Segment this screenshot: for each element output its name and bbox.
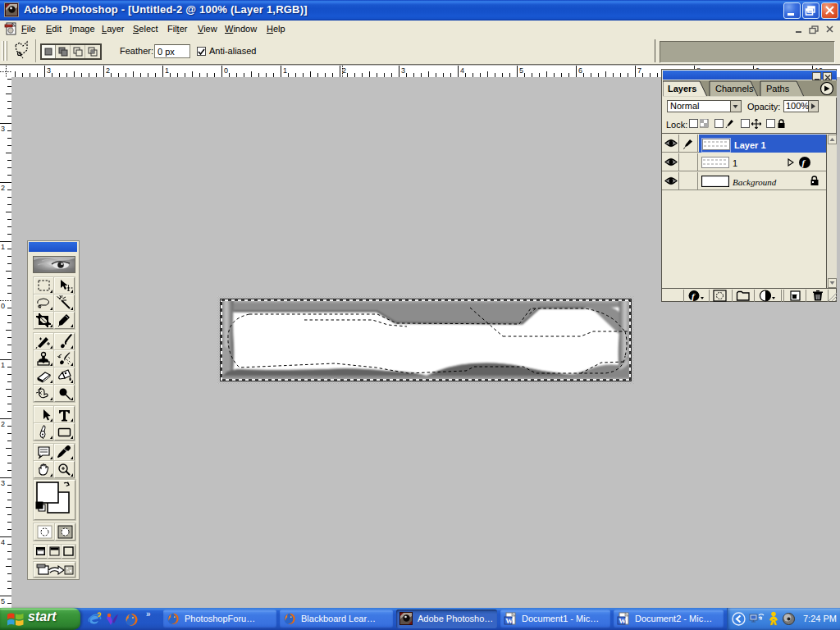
svg-text:4: 4 — [1, 538, 5, 546]
svg-text:1: 1 — [1, 243, 5, 251]
svg-text:3: 3 — [47, 66, 51, 75]
svg-text:6: 6 — [578, 66, 582, 75]
svg-text:1: 1 — [283, 66, 287, 75]
svg-text:Paths: Paths — [766, 84, 790, 94]
svg-text:5: 5 — [1, 597, 5, 605]
svg-text:0: 0 — [224, 66, 228, 75]
svg-text:1: 1 — [165, 66, 169, 75]
svg-text:3: 3 — [401, 66, 405, 75]
svg-text:7: 7 — [637, 66, 641, 75]
svg-text:1: 1 — [1, 361, 5, 369]
svg-text:0: 0 — [1, 302, 5, 310]
svg-text:5: 5 — [519, 66, 523, 75]
svg-text:Channels: Channels — [715, 84, 754, 94]
svg-text:Layers: Layers — [668, 84, 696, 94]
svg-text:4: 4 — [460, 66, 464, 75]
svg-text:2: 2 — [106, 66, 110, 75]
svg-text:W: W — [619, 617, 626, 625]
svg-text:2: 2 — [1, 184, 5, 192]
svg-text:3: 3 — [1, 479, 5, 487]
svg-text:W: W — [505, 617, 513, 625]
svg-text:3: 3 — [1, 125, 5, 133]
svg-text:2: 2 — [1, 420, 5, 428]
